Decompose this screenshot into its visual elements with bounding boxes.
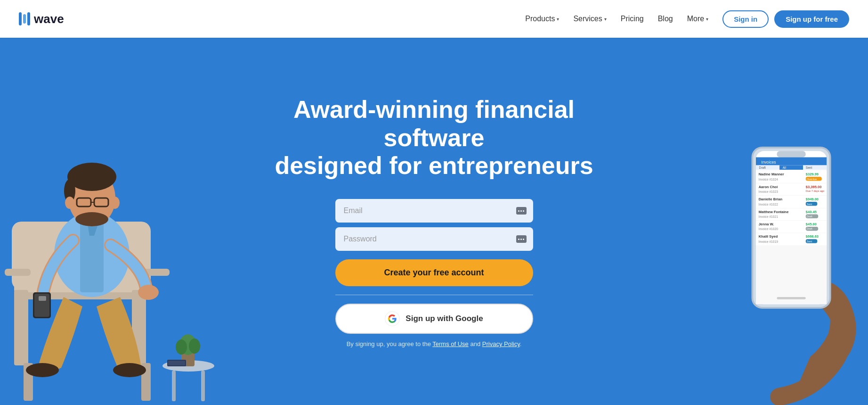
svg-text:$3,395.00: $3,395.00 — [806, 185, 822, 189]
svg-point-19 — [65, 197, 74, 209]
svg-text:Jenna W.: Jenna W. — [759, 222, 774, 226]
signin-button[interactable]: Sign in — [722, 10, 769, 28]
phone-image-right: Invoices Draft All Sent Nadine Manner In… — [708, 85, 868, 405]
svg-text:Draft: Draft — [807, 228, 813, 231]
signup-form: Create your free account Sign up with Go… — [335, 199, 533, 347]
terms-link[interactable]: Terms of Use — [432, 340, 469, 347]
svg-text:Sent: Sent — [807, 240, 812, 243]
signup-button[interactable]: Sign up for free — [774, 10, 849, 28]
divider-line-left — [335, 295, 434, 295]
svg-text:Draft: Draft — [807, 215, 813, 218]
email-icon — [516, 207, 527, 215]
svg-rect-2 — [14, 290, 28, 365]
svg-point-24 — [26, 363, 59, 377]
svg-text:$45.00: $45.00 — [806, 222, 817, 226]
google-icon — [385, 311, 400, 326]
hero-content: Award-winning financial software designe… — [269, 96, 599, 347]
svg-text:Khalil Syed: Khalil Syed — [759, 235, 778, 239]
svg-rect-83 — [777, 297, 805, 299]
svg-rect-82 — [756, 246, 827, 305]
terms-text: By signing up, you agree to the Terms of… — [335, 340, 533, 347]
create-account-button[interactable]: Create your free account — [335, 259, 533, 286]
chevron-down-icon: ▾ — [706, 17, 708, 22]
logo-bar-3 — [27, 12, 30, 25]
email-input[interactable] — [335, 199, 533, 223]
logo-text: wave — [34, 12, 64, 26]
svg-text:Invoice #1021: Invoice #1021 — [759, 215, 778, 218]
plant-table — [160, 272, 217, 405]
nav-buttons: Sign in Sign up for free — [722, 10, 849, 28]
nav-more[interactable]: More ▾ — [687, 15, 708, 23]
logo-area: wave — [19, 12, 64, 26]
svg-point-20 — [110, 197, 120, 209]
svg-rect-38 — [777, 151, 805, 157]
privacy-link[interactable]: Privacy Policy — [482, 340, 520, 347]
svg-text:$40.45: $40.45 — [806, 210, 817, 214]
person-image-left — [0, 85, 179, 405]
svg-rect-28 — [172, 371, 176, 401]
email-wrapper — [335, 199, 533, 223]
svg-text:Nadine Manner: Nadine Manner — [759, 172, 784, 176]
svg-text:Aaron Choi: Aaron Choi — [759, 185, 778, 189]
svg-point-25 — [113, 363, 146, 377]
svg-text:Due 7 days ago: Due 7 days ago — [806, 190, 825, 192]
logo-bar-2 — [23, 14, 26, 24]
divider — [335, 295, 533, 295]
svg-text:Sent: Sent — [807, 203, 812, 206]
logo-icon — [19, 12, 30, 25]
google-signup-label: Sign up with Google — [406, 314, 483, 323]
password-wrapper — [335, 227, 533, 251]
svg-point-32 — [176, 339, 187, 355]
svg-text:Danielle Brian: Danielle Brian — [759, 197, 783, 201]
dots-icon — [518, 239, 524, 240]
svg-rect-35 — [168, 361, 185, 365]
svg-text:$949.00: $949.00 — [806, 197, 819, 201]
svg-text:Draft: Draft — [759, 166, 766, 169]
nav-services[interactable]: Services ▾ — [573, 15, 606, 23]
hero-section: Award-winning financial software designe… — [0, 38, 868, 405]
nav-products[interactable]: Products ▾ — [525, 15, 559, 23]
main-nav: Products ▾ Services ▾ Pricing Blog More … — [525, 15, 708, 23]
svg-point-23 — [138, 285, 159, 300]
svg-rect-26 — [39, 296, 46, 301]
svg-text:Invoice #1023: Invoice #1023 — [759, 190, 778, 193]
svg-rect-7 — [5, 269, 31, 276]
header: wave Products ▾ Services ▾ Pricing Blog … — [0, 0, 868, 38]
chevron-down-icon: ▾ — [557, 17, 559, 22]
svg-text:Invoice #1022: Invoice #1022 — [759, 203, 778, 206]
svg-text:Invoice #1019: Invoice #1019 — [759, 240, 778, 243]
svg-text:Sent: Sent — [806, 166, 812, 169]
svg-rect-29 — [201, 371, 205, 401]
svg-text:Invoice #1024: Invoice #1024 — [759, 178, 778, 181]
nav-pricing[interactable]: Pricing — [621, 15, 644, 23]
nav-blog[interactable]: Blog — [658, 15, 673, 23]
svg-point-33 — [189, 339, 200, 354]
divider-line-right — [434, 295, 533, 295]
svg-text:All: All — [783, 166, 787, 169]
svg-text:Invoice #1020: Invoice #1020 — [759, 227, 778, 231]
hero-heading: Award-winning financial software designe… — [269, 96, 599, 180]
svg-text:$668.63: $668.63 — [806, 235, 819, 239]
svg-text:Invoices: Invoices — [761, 160, 776, 165]
svg-point-15 — [75, 212, 108, 226]
svg-text:Overdue: Overdue — [807, 178, 817, 181]
google-signup-button[interactable]: Sign up with Google — [335, 304, 533, 334]
chevron-down-icon: ▾ — [604, 17, 607, 22]
svg-text:Matthew Fontaine: Matthew Fontaine — [759, 210, 789, 214]
dots-icon — [518, 210, 524, 212]
svg-text:$329.99: $329.99 — [806, 172, 819, 176]
password-icon — [516, 235, 527, 243]
password-input[interactable] — [335, 227, 533, 251]
logo-bar-1 — [19, 12, 22, 25]
